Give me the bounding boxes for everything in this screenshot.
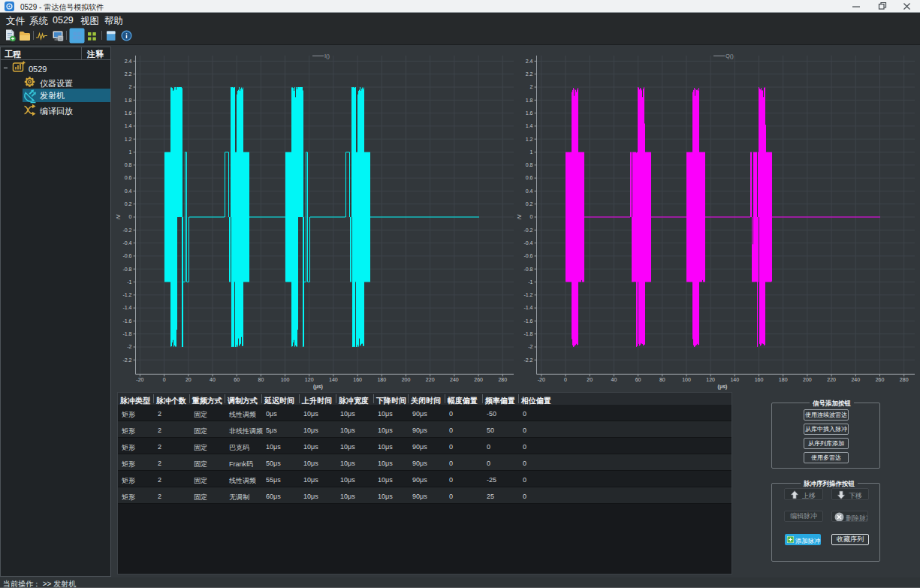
svg-text:1.6: 1.6 — [526, 110, 533, 116]
svg-text:I(): I() — [324, 53, 330, 59]
svg-text:-1.6: -1.6 — [523, 318, 532, 324]
svg-text:20: 20 — [587, 377, 593, 382]
svg-text:0: 0 — [564, 377, 567, 382]
svg-text:-1.8: -1.8 — [523, 331, 532, 336]
svg-text:2: 2 — [129, 84, 132, 89]
svg-text:0.8: 0.8 — [526, 162, 533, 167]
svg-text:100: 100 — [281, 377, 290, 382]
svg-text:160: 160 — [353, 377, 362, 382]
svg-text:1: 1 — [129, 149, 132, 155]
svg-text:0.2: 0.2 — [526, 201, 533, 207]
svg-text:2.2: 2.2 — [125, 71, 132, 77]
svg-text:140: 140 — [329, 377, 338, 382]
svg-text:220: 220 — [426, 377, 435, 382]
svg-text:1.2: 1.2 — [125, 137, 132, 142]
svg-text:260: 260 — [474, 377, 483, 382]
svg-text:/V: /V — [517, 214, 522, 219]
svg-text:260: 260 — [876, 377, 885, 382]
svg-text:1.8: 1.8 — [526, 98, 533, 103]
svg-text:-0.6: -0.6 — [523, 253, 532, 258]
svg-text:2: 2 — [530, 84, 533, 89]
svg-text:-2: -2 — [127, 344, 131, 349]
svg-text:0.2: 0.2 — [125, 201, 132, 207]
svg-text:-0.8: -0.8 — [523, 267, 532, 272]
svg-text:-20: -20 — [538, 377, 545, 382]
svg-text:180: 180 — [779, 377, 788, 382]
svg-text:-1.4: -1.4 — [523, 305, 532, 310]
svg-text:2.4: 2.4 — [125, 59, 132, 64]
svg-text:200: 200 — [402, 377, 411, 382]
svg-text:-0.2: -0.2 — [122, 228, 131, 233]
svg-text:20: 20 — [186, 377, 192, 382]
svg-text:180: 180 — [377, 377, 386, 382]
svg-text:1.4: 1.4 — [526, 123, 533, 128]
svg-text:120: 120 — [706, 377, 715, 382]
svg-text:-1: -1 — [528, 279, 532, 285]
svg-text:160: 160 — [755, 377, 764, 382]
svg-text:0.6: 0.6 — [526, 175, 533, 180]
svg-text:-1.6: -1.6 — [122, 318, 131, 324]
svg-text:1: 1 — [530, 149, 533, 155]
svg-text:-1.2: -1.2 — [523, 292, 532, 297]
svg-text:Q(): Q() — [725, 53, 734, 59]
svg-text:60: 60 — [234, 377, 240, 382]
svg-text:1.4: 1.4 — [125, 123, 132, 128]
svg-text:1.2: 1.2 — [526, 137, 533, 142]
svg-text:220: 220 — [827, 377, 836, 382]
svg-text:120: 120 — [305, 377, 314, 382]
svg-text:0.4: 0.4 — [526, 188, 533, 194]
svg-text:-0.8: -0.8 — [122, 267, 131, 272]
svg-text:100: 100 — [682, 377, 691, 382]
svg-text:-2.2: -2.2 — [523, 357, 532, 363]
svg-text:0.4: 0.4 — [125, 188, 132, 194]
svg-text:-0.6: -0.6 — [122, 253, 131, 258]
svg-text:240: 240 — [450, 377, 459, 382]
svg-text:80: 80 — [659, 377, 665, 382]
svg-text:(μs): (μs) — [313, 384, 323, 390]
svg-text:40: 40 — [210, 377, 216, 382]
svg-text:140: 140 — [730, 377, 739, 382]
svg-text:1.8: 1.8 — [125, 98, 132, 103]
svg-text:/V: /V — [116, 214, 121, 219]
svg-text:60: 60 — [635, 377, 641, 382]
svg-text:-0.2: -0.2 — [523, 228, 532, 233]
svg-text:-1.8: -1.8 — [122, 331, 131, 336]
svg-text:0: 0 — [163, 377, 166, 382]
svg-text:-0.4: -0.4 — [122, 240, 131, 246]
svg-text:-2.2: -2.2 — [122, 357, 131, 363]
svg-text:0.6: 0.6 — [125, 175, 132, 180]
svg-text:-20: -20 — [136, 377, 143, 382]
svg-text:240: 240 — [851, 377, 860, 382]
svg-text:-1.4: -1.4 — [122, 305, 131, 310]
svg-text:40: 40 — [611, 377, 617, 382]
svg-text:0: 0 — [530, 214, 533, 219]
svg-text:280: 280 — [900, 377, 909, 382]
svg-text:-1.2: -1.2 — [122, 292, 131, 297]
svg-text:0.8: 0.8 — [125, 162, 132, 167]
svg-text:-0.4: -0.4 — [523, 240, 532, 246]
svg-text:280: 280 — [498, 377, 507, 382]
svg-text:2.2: 2.2 — [526, 71, 533, 77]
svg-text:2.4: 2.4 — [526, 59, 533, 64]
svg-text:1.6: 1.6 — [125, 110, 132, 116]
svg-text:(μs): (μs) — [718, 384, 728, 390]
svg-text:-2: -2 — [528, 344, 532, 349]
svg-text:-1: -1 — [127, 279, 131, 285]
svg-text:0: 0 — [129, 214, 132, 219]
svg-text:200: 200 — [803, 377, 812, 382]
svg-text:80: 80 — [258, 377, 264, 382]
